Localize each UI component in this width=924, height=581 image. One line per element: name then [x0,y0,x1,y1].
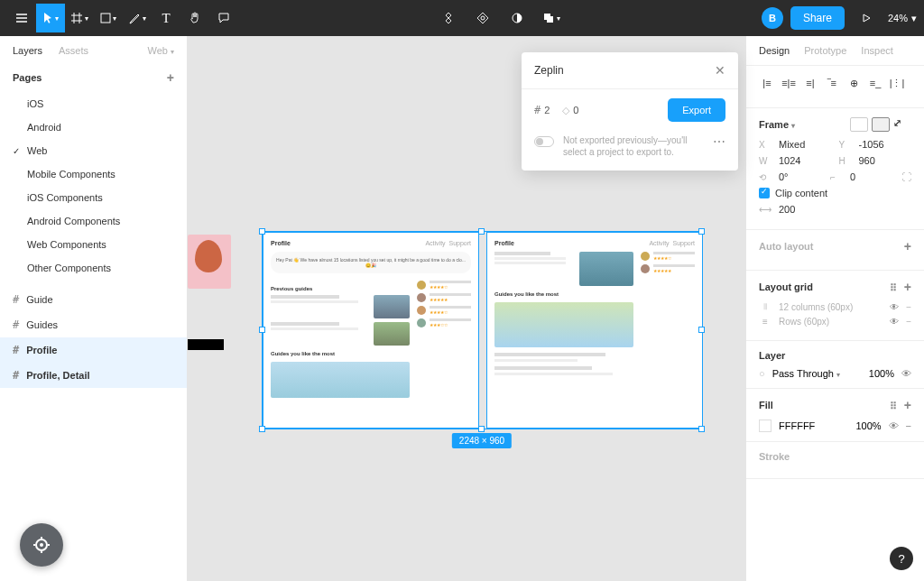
zoom-level[interactable]: 24%▾ [888,13,917,24]
svg-point-1 [481,16,485,20]
selection-size-badge: 2248 × 960 [452,433,512,448]
align-top-icon[interactable]: ‾≡ [824,75,840,91]
grid-settings-icon[interactable]: ⠿ [890,282,897,293]
frame-landscape-icon[interactable] [872,117,890,132]
page-web-components[interactable]: Web Components [0,233,187,256]
radius-field[interactable]: 0 [850,171,894,182]
comment-tool[interactable] [209,4,238,32]
grid-columns[interactable]: ⦀12 columns (60px)👁− [759,301,911,312]
resize-fit-icon[interactable]: ⤢ [893,117,911,132]
fill-opacity-field[interactable]: 100% [855,420,881,431]
contrast-icon[interactable] [503,4,531,32]
zeplin-note: Not exported previously—you'll select a … [563,134,704,158]
right-panel: Design Prototype Inspect |≡ ≡|≡ ≡| ‾≡ ⊕ … [745,36,924,581]
frame-portrait-icon[interactable] [850,117,868,132]
hand-tool[interactable] [180,4,209,32]
svg-rect-0 [101,14,110,23]
clip-content-checkbox[interactable] [759,188,770,198]
add-autolayout-icon[interactable]: + [904,239,911,254]
blend-mode-dropdown[interactable]: Pass Through ▾ [772,368,840,379]
avatar[interactable]: B [762,7,783,29]
layer-opacity-field[interactable]: 100% [869,368,894,379]
layer-visibility-icon[interactable]: 👁 [901,368,911,379]
artboard-thumb-peek2 [188,339,224,350]
page-ios[interactable]: iOS [0,92,187,115]
close-icon[interactable]: ✕ [715,63,725,78]
artboard-thumb-peek [188,235,231,289]
union-icon[interactable]: ▾ [537,4,566,32]
h-field[interactable]: 960 [859,155,912,166]
fill-hex-field[interactable]: FFFFFF [779,420,815,431]
frame-tool[interactable]: ▾ [65,4,94,32]
zeplin-title: Zeplin [534,64,564,77]
selection-box: Profile ProfileActivity Support Hey Pat … [262,231,702,429]
align-bottom-icon[interactable]: ≡_ [867,75,883,91]
y-field[interactable]: -1056 [859,139,912,150]
layer-profile-detail[interactable]: #Profile, Detail [0,363,187,388]
more-icon[interactable]: ⋯ [713,134,725,149]
align-hcenter-icon[interactable]: ≡|≡ [781,75,797,91]
page-ios-components[interactable]: iOS Components [0,186,187,209]
help-icon[interactable]: ? [890,547,913,570]
text-tool[interactable]: T [152,4,180,32]
left-panel: Layers Assets Web ▾ Pages + iOS Android … [0,36,188,581]
zeplin-toggle[interactable] [534,136,554,147]
tab-prototype[interactable]: Prototype [804,45,846,56]
tab-inspect[interactable]: Inspect [861,45,892,56]
tab-design[interactable]: Design [759,45,790,56]
artboard-profile-detail[interactable]: Profile, Detail ProfileActivity Support … [486,232,703,429]
tab-layers[interactable]: Layers [13,45,42,56]
move-tool[interactable]: ▾ [36,4,65,32]
fill-visibility-icon[interactable]: 👁 [889,420,899,431]
pen-tool[interactable]: ▾ [123,4,152,32]
fill-swatch[interactable] [759,420,772,432]
grid1-visibility-icon[interactable]: 👁 [890,302,899,312]
fill-style-icon[interactable]: ⠿ [890,401,897,411]
share-button[interactable]: Share [790,6,845,30]
layer-guides[interactable]: #Guides [0,312,187,337]
w-field[interactable]: 1024 [779,155,832,166]
rotation-field[interactable]: 0° [779,171,823,182]
page-dropdown[interactable]: Web ▾ [148,45,174,56]
zeplin-panel: Zeplin ✕ #2 ◇0 Export Not exported previ… [522,52,738,171]
grid-rows[interactable]: ≡Rows (60px)👁− [759,317,911,327]
constrain-field[interactable]: 200 [779,204,911,215]
align-right-icon[interactable]: ≡| [802,75,818,91]
export-button[interactable]: Export [668,98,725,122]
lens-icon[interactable] [20,523,63,567]
layer-guide[interactable]: #Guide [0,287,187,312]
component-icon[interactable] [434,4,463,32]
zeplin-component-count: ◇0 [562,105,578,116]
menu-icon[interactable] [7,4,36,32]
mask-icon[interactable] [468,4,497,32]
shape-tool[interactable]: ▾ [94,4,123,32]
layer-profile[interactable]: #Profile [0,337,187,363]
zeplin-frame-count: #2 [534,104,550,116]
svg-rect-4 [547,16,553,23]
pages-header: Pages + [0,63,187,92]
add-fill-icon[interactable]: + [904,398,911,412]
page-mobile-components[interactable]: Mobile Components [0,162,187,186]
page-android[interactable]: Android [0,115,187,139]
tab-assets[interactable]: Assets [59,45,88,56]
x-field[interactable]: Mixed [779,139,832,150]
page-web[interactable]: Web [0,139,187,162]
top-toolbar: ▾ ▾ ▾ ▾ T ▾ B Share 24%▾ [0,0,924,36]
add-grid-icon[interactable]: + [904,280,911,294]
page-android-components[interactable]: Android Components [0,209,187,233]
page-other-components[interactable]: Other Components [0,256,187,280]
artboard-profile[interactable]: Profile ProfileActivity Support Hey Pat … [263,232,479,429]
present-icon[interactable] [852,4,881,32]
distribute-icon[interactable]: |⋮| [889,75,905,91]
svg-point-6 [40,543,43,547]
align-vcenter-icon[interactable]: ⊕ [845,75,862,91]
grid2-visibility-icon[interactable]: 👁 [890,317,899,327]
add-page-icon[interactable]: + [167,70,174,85]
align-left-icon[interactable]: |≡ [759,75,775,91]
